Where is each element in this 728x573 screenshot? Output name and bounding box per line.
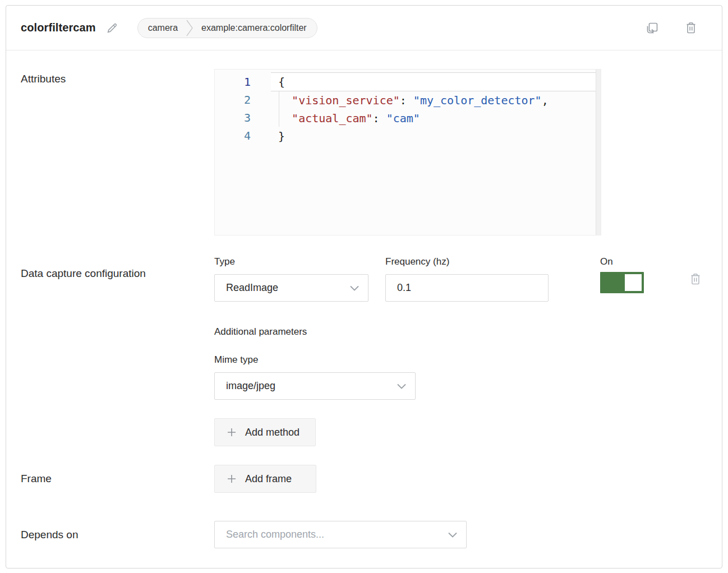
additional-parameters-label: Additional parameters <box>214 326 707 338</box>
capture-on-toggle[interactable] <box>600 272 644 293</box>
depends-on-placeholder: Search components... <box>226 529 324 540</box>
attributes-row: Attributes 1234 { "vision_service": "my_… <box>21 69 707 235</box>
data-capture-row: Data capture configuration Type ReadImag… <box>21 256 707 446</box>
editor-code-lines: { "vision_service": "my_color_detector",… <box>271 70 596 235</box>
plus-icon <box>227 474 236 483</box>
frame-label: Frame <box>21 465 214 493</box>
add-frame-label: Add frame <box>245 473 292 485</box>
trash-icon <box>689 272 702 286</box>
add-method-button[interactable]: Add method <box>214 418 316 446</box>
editor-gutter: 1234 <box>215 70 271 235</box>
component-body: Attributes 1234 { "vision_service": "my_… <box>6 50 722 568</box>
duplicate-icon <box>646 21 659 35</box>
breadcrumb-model: example:camera:colorfilter <box>201 23 307 33</box>
chevron-down-icon <box>350 285 359 291</box>
delete-component-button[interactable] <box>685 21 697 35</box>
depends-on-row: Depends on Search components... <box>21 521 707 549</box>
chevron-down-icon <box>448 532 457 538</box>
breadcrumb-type: camera <box>148 23 178 33</box>
depends-on-label: Depends on <box>21 521 214 549</box>
frequency-input[interactable] <box>397 282 539 294</box>
component-title: colorfiltercam <box>21 21 96 34</box>
mime-type-label: Mime type <box>214 354 707 366</box>
toggle-knob <box>625 274 642 291</box>
edit-name-button[interactable] <box>106 22 118 34</box>
component-card: colorfiltercam camera example:camera:col… <box>6 5 722 569</box>
line-number: 1 <box>215 73 271 91</box>
plus-icon <box>227 428 236 437</box>
mime-type-select[interactable]: image/jpeg <box>214 372 416 400</box>
delete-capture-method-button[interactable] <box>689 272 702 286</box>
component-header: colorfiltercam camera example:camera:col… <box>6 6 722 50</box>
capture-type-value: ReadImage <box>226 282 278 294</box>
attributes-label: Attributes <box>21 69 214 89</box>
frequency-input-wrap <box>385 274 549 302</box>
mime-type-value: image/jpeg <box>226 380 275 392</box>
breadcrumb: camera example:camera:colorfilter <box>137 18 317 38</box>
code-line[interactable]: } <box>271 127 596 145</box>
code-line[interactable]: "vision_service": "my_color_detector", <box>271 91 596 109</box>
add-method-label: Add method <box>245 427 300 438</box>
chevron-separator-icon <box>186 20 193 36</box>
add-frame-button[interactable]: Add frame <box>214 465 316 493</box>
line-number: 3 <box>215 109 271 127</box>
code-line[interactable]: "actual_cam": "cam" <box>271 109 596 127</box>
chevron-down-icon <box>397 383 406 389</box>
data-capture-label: Data capture configuration <box>21 256 214 284</box>
code-line[interactable]: { <box>271 72 596 91</box>
capture-type-select[interactable]: ReadImage <box>214 274 368 302</box>
editor-scrollbar[interactable] <box>596 70 601 235</box>
depends-on-select[interactable]: Search components... <box>214 521 467 548</box>
pencil-icon <box>106 22 118 34</box>
type-label: Type <box>214 256 368 268</box>
frequency-label: Frequency (hz) <box>385 256 549 268</box>
duplicate-button[interactable] <box>646 21 659 35</box>
trash-icon <box>685 21 697 35</box>
toggle-label: On <box>600 256 644 268</box>
line-number: 4 <box>215 127 271 145</box>
frame-row: Frame Add frame <box>21 465 707 493</box>
header-actions <box>646 21 707 35</box>
line-number: 2 <box>215 91 271 109</box>
json-attributes-editor[interactable]: 1234 { "vision_service": "my_color_detec… <box>214 69 601 235</box>
